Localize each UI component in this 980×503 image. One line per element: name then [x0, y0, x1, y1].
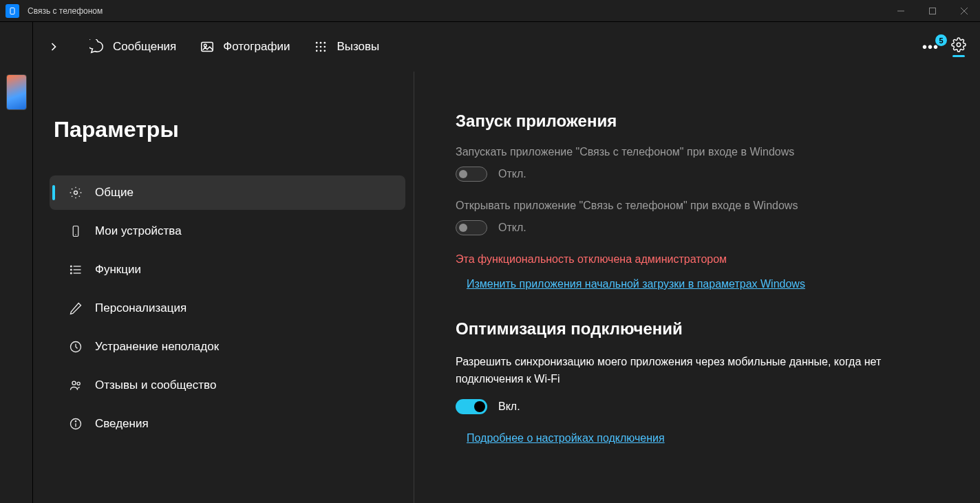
sidebar-item-features[interactable]: Функции — [50, 253, 405, 287]
startup-apps-link[interactable]: Изменить приложения начальной загрузки в… — [467, 278, 805, 290]
dialpad-icon — [313, 39, 328, 54]
sidebar-item-devices[interactable]: Мои устройства — [50, 214, 405, 248]
sidebar-item-label: Устранение неполадок — [95, 340, 219, 354]
mobile-sync-desc: Разрешить синхронизацию моего приложения… — [456, 354, 939, 388]
section-app-launch-title: Запуск приложения — [456, 111, 939, 131]
tab-photos[interactable]: Фотографии — [200, 39, 290, 54]
svg-point-9 — [324, 46, 326, 48]
gear-icon — [951, 37, 966, 52]
launch-on-signin-desc: Запускать приложение "Связь с телефоном"… — [456, 146, 939, 158]
sidebar-item-label: Персонализация — [95, 301, 187, 315]
svg-point-7 — [316, 46, 318, 48]
open-on-signin-toggle-label: Откл. — [498, 222, 526, 234]
connection-settings-link[interactable]: Подробнее о настройках подключения — [467, 432, 665, 445]
svg-point-10 — [316, 50, 318, 52]
device-rail — [0, 22, 33, 503]
svg-point-25 — [77, 382, 80, 385]
phone-icon — [69, 224, 83, 238]
svg-rect-1 — [930, 8, 936, 14]
pen-icon — [69, 301, 83, 315]
sidebar-item-label: Мои устройства — [95, 224, 182, 238]
sidebar-item-troubleshooting[interactable]: Устранение неполадок — [50, 330, 405, 364]
svg-rect-0 — [10, 8, 14, 14]
sidebar-item-general[interactable]: Общие — [50, 175, 405, 210]
sidebar-item-label: Функции — [95, 263, 141, 277]
open-on-signin-toggle[interactable] — [456, 220, 487, 235]
more-button[interactable]: ••• 5 — [922, 41, 939, 52]
open-on-signin-desc: Открывать приложение "Связь с телефоном"… — [456, 200, 939, 212]
svg-point-11 — [320, 50, 322, 52]
messages-icon — [89, 39, 105, 54]
svg-point-6 — [324, 42, 326, 44]
window-title: Связь с телефоном — [28, 6, 103, 16]
titlebar: Связь с телефоном — [0, 0, 980, 22]
settings-button[interactable] — [951, 37, 966, 57]
tab-calls-label: Вызовы — [337, 40, 379, 54]
gear-icon — [69, 186, 83, 200]
svg-point-3 — [204, 44, 207, 47]
sidebar-item-feedback[interactable]: Отзывы и сообщество — [50, 368, 405, 403]
svg-point-24 — [72, 381, 76, 385]
settings-pane: Запуск приложения Запускать приложение "… — [414, 72, 980, 503]
photos-icon — [200, 39, 215, 54]
svg-point-4 — [316, 42, 318, 44]
tab-calls[interactable]: Вызовы — [313, 39, 379, 54]
nav-chevron-icon[interactable] — [47, 39, 62, 54]
mobile-sync-toggle[interactable] — [456, 399, 487, 414]
svg-point-20 — [71, 266, 72, 267]
sidebar-item-label: Сведения — [95, 417, 149, 431]
svg-point-8 — [320, 46, 322, 48]
tab-photos-label: Фотографии — [223, 40, 290, 54]
notification-badge: 5 — [935, 34, 947, 46]
wrench-icon — [69, 340, 83, 354]
sidebar-item-label: Отзывы и сообщество — [95, 378, 216, 392]
tab-messages[interactable]: Сообщения — [89, 39, 176, 54]
svg-point-12 — [324, 50, 326, 52]
sidebar-item-about[interactable]: Сведения — [50, 407, 405, 441]
section-connection-opt-title: Оптимизация подключений — [456, 319, 939, 339]
svg-point-14 — [74, 191, 78, 195]
app-icon — [6, 4, 19, 18]
svg-point-13 — [957, 43, 961, 47]
launch-on-signin-toggle[interactable] — [456, 167, 487, 182]
launch-on-signin-toggle-label: Откл. — [498, 168, 526, 180]
sidebar-item-personalization[interactable]: Персонализация — [50, 291, 405, 325]
minimize-button[interactable] — [885, 0, 917, 22]
page-title: Параметры — [54, 117, 405, 142]
settings-active-indicator — [952, 55, 965, 57]
svg-point-21 — [71, 269, 72, 270]
list-icon — [69, 263, 83, 277]
mobile-sync-toggle-label: Вкл. — [498, 400, 520, 413]
tab-messages-label: Сообщения — [113, 40, 176, 54]
sidebar-item-label: Общие — [95, 186, 134, 200]
settings-sidebar: Параметры Общие Мои устройства — [33, 72, 414, 503]
info-icon — [69, 417, 83, 431]
svg-point-5 — [320, 42, 322, 44]
close-button[interactable] — [948, 0, 980, 22]
device-thumbnail[interactable] — [6, 74, 27, 110]
svg-point-28 — [75, 421, 76, 422]
admin-disabled-warning: Эта функциональность отключена администр… — [456, 253, 939, 266]
maximize-button[interactable] — [917, 0, 948, 22]
people-icon — [69, 378, 83, 392]
svg-point-22 — [71, 272, 72, 274]
top-tabs: Сообщения Фотографии Вызовы ••• 5 — [33, 22, 980, 72]
